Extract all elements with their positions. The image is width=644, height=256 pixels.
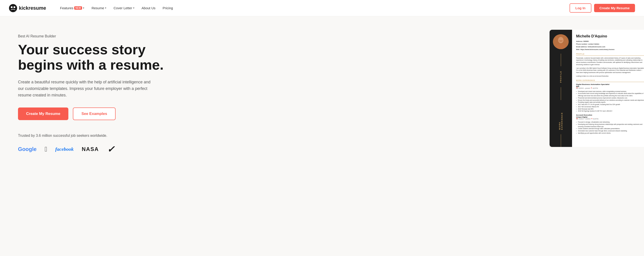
hero-see-examples-button[interactable]: See Examples: [73, 107, 116, 120]
resume-contact: Address: 909999 Phone number: contact hi…: [576, 40, 644, 51]
job-2-bullet-5: Identifying up-sell opportunities with c…: [576, 132, 644, 134]
job-2-bullet-2: Developing and fostering strong business…: [576, 123, 644, 128]
sidebar-divider: [561, 54, 561, 66]
nav-features-label: Features: [60, 6, 73, 10]
login-button[interactable]: Log In: [570, 3, 592, 13]
sidebar-work-label: WORK EXPERIENCE: [558, 104, 563, 130]
job-1-bullet-4: Ensure the timely and successful deliver…: [576, 99, 644, 101]
resume-profile-section: PROFILE: [576, 53, 644, 56]
chevron-down-icon: ▾: [83, 7, 84, 10]
resume-work-section: WORK EXPERIENCE: [576, 80, 644, 82]
chevron-down-icon: ▾: [133, 7, 134, 10]
hero-title: Your success story begins with a resume.: [18, 42, 171, 73]
nasa-logo: NASA: [82, 146, 99, 152]
logo[interactable]: kickresume: [9, 4, 46, 12]
nav-item-about-us[interactable]: About Us: [138, 4, 159, 12]
nav-links: Features NEW ▾ Resume ▾ Cover Letter ▾ A…: [57, 4, 570, 12]
trusted-text: Trusted by 3.6 million successful job se…: [18, 134, 171, 138]
resume-profile-text-3: Looking to take on a role as an Account …: [576, 75, 644, 77]
hero-content: Best AI Resume Builder Your success stor…: [18, 30, 171, 155]
job-1-bullet-1: Developed and closed new business, while…: [576, 90, 644, 93]
resume-card: PROFILE WORK EXPERIENCE Michelle D'Aquin…: [550, 30, 644, 147]
resume-name: Michelle D'Aquino: [576, 34, 644, 38]
avatar-image: [553, 34, 569, 49]
new-badge: NEW: [74, 6, 82, 10]
nav-actions: Log In Create My Resume: [570, 3, 635, 13]
logo-text: kickresume: [19, 5, 46, 11]
hero-section: Best AI Resume Builder Your success stor…: [0, 16, 644, 256]
job-2-bullet-1: Focused in storage, virtualization and n…: [576, 121, 644, 123]
job-1-bullet-7: 2017 NA Conversion Rate10.4%: [576, 106, 644, 108]
nav-item-cover-letter[interactable]: Cover Letter ▾: [110, 4, 138, 12]
brand-logos: Google  facebook NASA ✓: [18, 144, 171, 155]
nav-item-features[interactable]: Features NEW ▾: [57, 4, 88, 12]
job-1-meta: 📅 10/2015 – present 📍 AUSTIN: [576, 87, 644, 89]
svg-point-2: [14, 6, 15, 8]
resume-profile-text-2: I am currently in the IBM Hybrid Cloud S…: [576, 67, 644, 74]
job-1-bullet-9: 2016 NA Signings Quota of 2.2M TCV and 1…: [576, 110, 644, 112]
sidebar-divider-2: [561, 87, 561, 100]
apple-logo: : [45, 145, 47, 153]
hero-actions: Create My Resume See Examples: [18, 107, 171, 120]
avatar: [553, 34, 569, 49]
nav-resume-label: Resume: [92, 6, 104, 10]
logo-icon: [9, 4, 17, 12]
hero-create-resume-button[interactable]: Create My Resume: [18, 107, 68, 120]
resume-profile-text: Passionate, customer-focused leader with…: [576, 57, 644, 66]
job-2-bullet-4: Generated new customer base through dire…: [576, 130, 644, 132]
resume-job-1: Digital Business Automation Specialist I…: [576, 83, 644, 112]
nav-pricing-label: Pricing: [162, 6, 173, 10]
job-1-bullet-5: Providing regular sales and activity rep…: [576, 101, 644, 103]
job-1-title: Digital Business Automation Specialist: [576, 83, 644, 85]
create-resume-button[interactable]: Create My Resume: [594, 4, 635, 12]
navbar: kickresume Features NEW ▾ Resume ▾ Cover…: [0, 0, 644, 16]
job-1-bullet-2: A successful track record using knowledg…: [576, 92, 644, 97]
nike-logo: ✓: [107, 144, 115, 155]
sidebar-divider-3: [561, 134, 561, 147]
resume-sidebar: PROFILE WORK EXPERIENCE: [550, 30, 572, 147]
job-2-bullet-3: Create solutions demand through sales ca…: [576, 127, 644, 130]
job-2-title: Account Executive: [576, 114, 644, 116]
nav-coverletter-label: Cover Letter: [114, 6, 132, 10]
job-1-bullet-8: 2016 Renewal rate 85%: [576, 108, 644, 110]
nav-item-pricing[interactable]: Pricing: [160, 4, 176, 12]
hero-description: Create a beautiful resume quickly with t…: [18, 79, 153, 98]
job-2-company: Unique Digital: [576, 116, 644, 118]
sidebar-profile-label: PROFILE: [560, 71, 562, 83]
chevron-down-icon: ▾: [105, 7, 106, 10]
resume-content: Michelle D'Aquino Address: 909999 Phone …: [572, 30, 644, 147]
job-2-meta: 📅 11/2014 – 10/2015 📍 AUSTIN: [576, 118, 644, 120]
facebook-logo: facebook: [55, 146, 74, 152]
job-1-bullet-6: 2017 New NA YTY 24.4% growth, including …: [576, 103, 644, 106]
svg-point-1: [11, 6, 12, 8]
google-logo: Google: [18, 146, 37, 152]
resume-preview: PROFILE WORK EXPERIENCE Michelle D'Aquin…: [550, 30, 644, 147]
nav-item-resume[interactable]: Resume ▾: [88, 4, 110, 12]
resume-job-2: Account Executive Unique Digital 📅 11/20…: [576, 114, 644, 134]
nav-about-label: About Us: [142, 6, 156, 10]
hero-tag: Best AI Resume Builder: [18, 34, 171, 38]
job-1-bullet-3: Presented and demonstrated process impro…: [576, 97, 644, 99]
svg-point-0: [9, 4, 17, 12]
job-1-company: IBM: [576, 85, 644, 87]
